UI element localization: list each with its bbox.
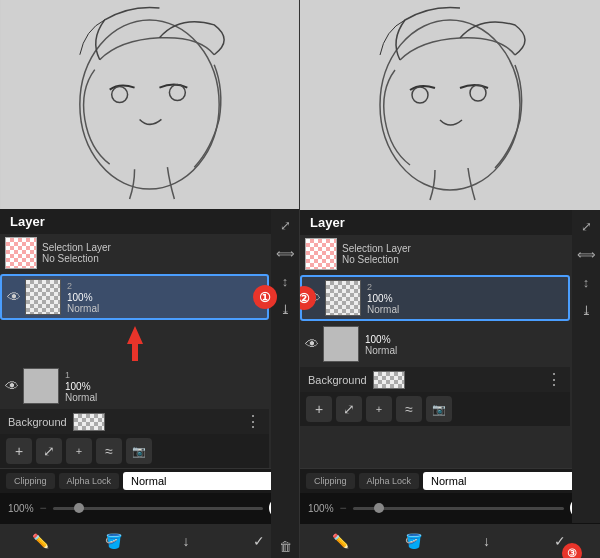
layer-title-right: Layer [310,215,345,230]
step1-badge: ① [253,285,277,309]
transform-btn-left[interactable]: ⤢ [36,438,62,464]
layer-blend-l1-right: Normal [365,345,565,356]
layer-opacity-l1-left: 100% [65,381,264,392]
eye-icon-l1-left[interactable]: 👁 [5,378,19,394]
tool-bar-right: ✏️ 🪣 ↓ ✓ ③ [300,523,600,558]
layer-header-left: Layer [0,209,299,234]
selection-layer-title-right: Selection Layer [342,243,411,254]
clipping-tab-left[interactable]: Clipping [6,473,55,489]
fill-icon-left[interactable]: 🪣 [99,527,127,555]
selection-preview-left [5,237,37,269]
canvas-left [0,0,299,209]
zoom-bar-left: 100% − ● [0,493,299,523]
layer-1-left[interactable]: 👁 1 100% Normal [0,365,269,407]
bg-label-left: Background [8,416,67,428]
blend-dropdown-right[interactable]: Normal ▲ [423,472,594,490]
selection-layer-info-left: Selection Layer No Selection [42,242,111,264]
zoom-pct-right: 100% [308,503,334,514]
layer-info-l2-right: 2 100% Normal [367,282,563,315]
blend-btn-left[interactable]: ≈ [96,438,122,464]
layer-thumb-l1-right [323,326,359,362]
side-icons-left: ⤢ ⟺ ↕ ⤓ 🗑 [271,234,299,468]
layer-opacity-l1-right: 100% [365,334,565,345]
arrow-container [0,322,269,365]
side-icon-3-left[interactable]: ↕ [273,269,297,293]
layer-1-right[interactable]: 👁 100% Normal [300,323,570,365]
add2-btn-right[interactable]: + [366,396,392,422]
add2-btn-left[interactable]: + [66,438,92,464]
layer-main-right: Selection Layer No Selection 👁 2 100% No… [300,235,600,468]
down-icon-left[interactable]: ↓ [172,527,200,555]
panel-left: Layer Selection Layer No Selection 👁 [0,0,300,558]
layer-thumb-l1-left [23,368,59,404]
layer-num-l1-left: 1 [65,370,264,380]
layer-panel-right: Layer Selection Layer No Selection 👁 [300,210,600,558]
selection-layer-subtitle-left: No Selection [42,253,111,264]
layer-blend-l1-left: Normal [65,392,264,403]
side-icon-3-right[interactable]: ↕ [574,270,598,294]
camera-btn-left[interactable]: 📷 [126,438,152,464]
camera-btn-right[interactable]: 📷 [426,396,452,422]
layer-2-left[interactable]: 👁 2 100% Normal ① [0,274,269,320]
check-icon-left[interactable]: ✓ [245,527,273,555]
svg-marker-4 [127,326,143,361]
minus-icon-right[interactable]: − [340,501,347,515]
layer-num-l2-right: 2 [367,282,563,292]
blend-dropdown-left[interactable]: Normal ▲ [123,472,293,490]
panel-right: Layer Selection Layer No Selection 👁 [300,0,600,558]
side-icon-4-left[interactable]: ⤓ [273,297,297,321]
add-btn-right[interactable]: + [306,396,332,422]
canvas-right [300,0,600,210]
zoom-track-left[interactable] [53,507,263,510]
layer-title-left: Layer [10,214,45,229]
bottom-toolbar-right: + ⤢ + ≈ 📷 [300,392,570,426]
minus-icon-left[interactable]: − [40,501,47,515]
tool-bar-left: ✏️ 🪣 ↓ ✓ [0,523,299,558]
eye-icon-l1-right[interactable]: 👁 [305,336,319,352]
footer-bar-left: Clipping Alpha Lock Normal ▲ [0,468,299,493]
add-btn-left[interactable]: + [6,438,32,464]
clipping-tab-right[interactable]: Clipping [306,473,355,489]
pen-icon-left[interactable]: ✏️ [26,527,54,555]
down-icon-right[interactable]: ↓ [473,527,501,555]
side-icon-1-right[interactable]: ⤢ [574,235,598,238]
pen-icon-right[interactable]: ✏️ [327,527,355,555]
layer-opacity-l2-left: 100% [67,292,262,303]
check-btn-wrapper: ✓ ③ [546,527,574,555]
bg-label-right: Background [308,374,367,386]
more-btn-right[interactable]: ⋮ [546,370,562,389]
side-icon-2-right[interactable]: ⟺ [574,242,598,266]
zoom-thumb-right [374,503,384,513]
layer-blend-l2-left: Normal [67,303,262,314]
svg-rect-5 [300,0,600,210]
side-icons-right: ⤢ ⟺ ↕ ⤓ 🗑 [572,235,600,468]
zoom-thumb-left [74,503,84,513]
svg-rect-0 [0,0,299,209]
layer-opacity-l2-right: 100% [367,293,563,304]
layer-2-right[interactable]: 👁 2 100% Normal ② [300,275,570,321]
layer-panel-left: Layer Selection Layer No Selection 👁 [0,209,299,558]
layer-header-right: Layer [300,210,600,235]
eye-icon-l2-left[interactable]: 👁 [7,289,21,305]
side-icon-2-left[interactable]: ⟺ [273,241,297,265]
blend-btn-right[interactable]: ≈ [396,396,422,422]
layer-thumb-l2-right [325,280,361,316]
alphalock-tab-right[interactable]: Alpha Lock [359,473,420,489]
transform-btn-right[interactable]: ⤢ [336,396,362,422]
alphalock-tab-left[interactable]: Alpha Lock [59,473,120,489]
side-icon-4-right[interactable]: ⤓ [574,298,598,322]
layer-main-left: Selection Layer No Selection 👁 2 100% No… [0,234,299,468]
fill-icon-right[interactable]: 🪣 [400,527,428,555]
blend-label-left: Normal [131,475,166,487]
background-row-left: Background ⋮ [0,409,269,434]
selection-layer-subtitle-right: No Selection [342,254,411,265]
layer-num-l2-left: 2 [67,281,262,291]
more-btn-left[interactable]: ⋮ [245,412,261,431]
zoom-bar-right: 100% − ● [300,493,600,523]
zoom-track-right[interactable] [353,507,564,510]
side-icon-1-left[interactable]: ⤢ [273,234,297,237]
selection-preview-right [305,238,337,270]
zoom-pct-left: 100% [8,503,34,514]
layer-thumb-l2-left [25,279,61,315]
layer-info-l2-left: 2 100% Normal [67,281,262,314]
